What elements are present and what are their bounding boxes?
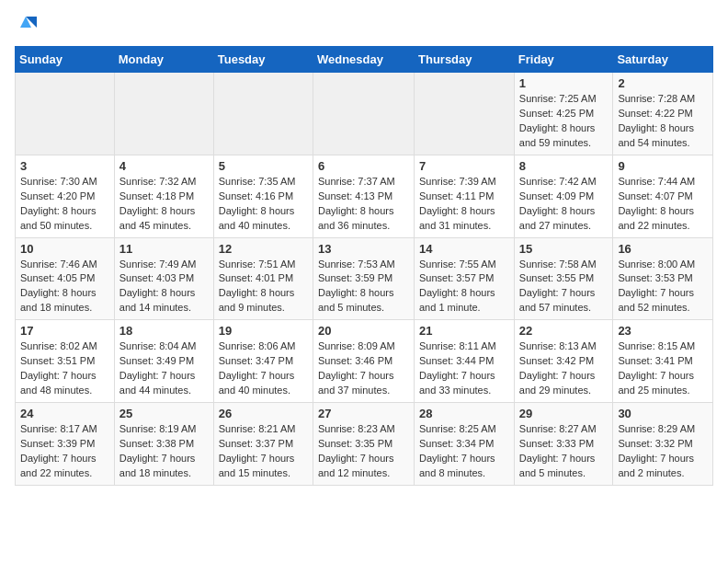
calendar-cell: 25Sunrise: 8:19 AM Sunset: 3:38 PM Dayli… <box>114 403 213 486</box>
page-header <box>15 15 713 35</box>
day-number: 3 <box>20 159 109 173</box>
calendar-cell: 20Sunrise: 8:09 AM Sunset: 3:46 PM Dayli… <box>313 320 414 403</box>
day-info: Sunrise: 8:25 AM Sunset: 3:34 PM Dayligh… <box>419 422 509 481</box>
calendar-column-saturday: Saturday <box>613 47 713 73</box>
calendar-cell: 17Sunrise: 8:02 AM Sunset: 3:51 PM Dayli… <box>16 320 115 403</box>
day-number: 10 <box>20 242 109 256</box>
day-number: 22 <box>519 324 609 338</box>
day-number: 18 <box>119 324 209 338</box>
logo-icon <box>18 15 39 35</box>
day-number: 25 <box>119 407 209 420</box>
day-number: 23 <box>618 324 708 338</box>
calendar-cell: 24Sunrise: 8:17 AM Sunset: 3:39 PM Dayli… <box>16 403 115 486</box>
day-number: 12 <box>219 242 308 256</box>
day-info: Sunrise: 7:25 AM Sunset: 4:25 PM Dayligh… <box>519 92 609 151</box>
calendar-cell <box>114 73 213 155</box>
calendar-cell <box>313 73 414 155</box>
day-number: 17 <box>20 324 109 338</box>
calendar-cell: 28Sunrise: 8:25 AM Sunset: 3:34 PM Dayli… <box>415 403 515 486</box>
calendar-cell: 16Sunrise: 8:00 AM Sunset: 3:53 PM Dayli… <box>613 237 713 320</box>
day-number: 1 <box>519 76 609 90</box>
day-number: 19 <box>219 324 308 338</box>
day-number: 11 <box>119 242 209 256</box>
calendar-cell <box>415 73 515 155</box>
calendar-column-thursday: Thursday <box>415 47 515 73</box>
day-info: Sunrise: 8:11 AM Sunset: 3:44 PM Dayligh… <box>419 339 509 398</box>
calendar-week-2: 3Sunrise: 7:30 AM Sunset: 4:20 PM Daylig… <box>16 155 713 237</box>
calendar-cell: 7Sunrise: 7:39 AM Sunset: 4:11 PM Daylig… <box>415 155 515 237</box>
day-number: 30 <box>618 407 708 420</box>
calendar-week-5: 24Sunrise: 8:17 AM Sunset: 3:39 PM Dayli… <box>16 403 713 486</box>
day-info: Sunrise: 7:46 AM Sunset: 4:05 PM Dayligh… <box>20 258 109 316</box>
day-info: Sunrise: 8:17 AM Sunset: 3:39 PM Dayligh… <box>20 422 109 481</box>
day-number: 6 <box>318 159 409 173</box>
day-number: 15 <box>519 242 609 256</box>
calendar-column-tuesday: Tuesday <box>213 47 313 73</box>
calendar-cell: 4Sunrise: 7:32 AM Sunset: 4:18 PM Daylig… <box>114 155 213 237</box>
day-info: Sunrise: 7:32 AM Sunset: 4:18 PM Dayligh… <box>119 175 209 234</box>
day-number: 28 <box>419 407 509 420</box>
day-info: Sunrise: 7:39 AM Sunset: 4:11 PM Dayligh… <box>419 175 509 234</box>
calendar-cell: 22Sunrise: 8:13 AM Sunset: 3:42 PM Dayli… <box>514 320 613 403</box>
day-number: 4 <box>119 159 209 173</box>
calendar-week-3: 10Sunrise: 7:46 AM Sunset: 4:05 PM Dayli… <box>16 237 713 320</box>
calendar-cell <box>213 73 313 155</box>
calendar-cell: 18Sunrise: 8:04 AM Sunset: 3:49 PM Dayli… <box>114 320 213 403</box>
calendar-cell: 2Sunrise: 7:28 AM Sunset: 4:22 PM Daylig… <box>613 73 713 155</box>
calendar-cell: 1Sunrise: 7:25 AM Sunset: 4:25 PM Daylig… <box>514 73 613 155</box>
day-number: 14 <box>419 242 509 256</box>
day-number: 21 <box>419 324 509 338</box>
calendar-cell: 30Sunrise: 8:29 AM Sunset: 3:32 PM Dayli… <box>613 403 713 486</box>
calendar-cell: 12Sunrise: 7:51 AM Sunset: 4:01 PM Dayli… <box>213 237 313 320</box>
calendar-cell: 6Sunrise: 7:37 AM Sunset: 4:13 PM Daylig… <box>313 155 414 237</box>
day-number: 2 <box>618 76 708 90</box>
calendar-cell: 8Sunrise: 7:42 AM Sunset: 4:09 PM Daylig… <box>514 155 613 237</box>
day-number: 5 <box>219 159 308 173</box>
calendar-cell: 21Sunrise: 8:11 AM Sunset: 3:44 PM Dayli… <box>415 320 515 403</box>
day-info: Sunrise: 7:58 AM Sunset: 3:55 PM Dayligh… <box>519 258 609 316</box>
calendar-column-wednesday: Wednesday <box>313 47 414 73</box>
calendar-week-1: 1Sunrise: 7:25 AM Sunset: 4:25 PM Daylig… <box>16 73 713 155</box>
calendar-column-sunday: Sunday <box>16 47 115 73</box>
calendar-cell: 14Sunrise: 7:55 AM Sunset: 3:57 PM Dayli… <box>415 237 515 320</box>
calendar-cell: 29Sunrise: 8:27 AM Sunset: 3:33 PM Dayli… <box>514 403 613 486</box>
day-number: 26 <box>219 407 308 420</box>
day-info: Sunrise: 7:49 AM Sunset: 4:03 PM Dayligh… <box>119 258 209 316</box>
calendar-cell: 26Sunrise: 8:21 AM Sunset: 3:37 PM Dayli… <box>213 403 313 486</box>
day-info: Sunrise: 8:21 AM Sunset: 3:37 PM Dayligh… <box>219 422 308 481</box>
day-number: 16 <box>618 242 708 256</box>
calendar-cell: 13Sunrise: 7:53 AM Sunset: 3:59 PM Dayli… <box>313 237 414 320</box>
day-info: Sunrise: 7:53 AM Sunset: 3:59 PM Dayligh… <box>318 258 409 316</box>
day-number: 8 <box>519 159 609 173</box>
calendar-cell: 27Sunrise: 8:23 AM Sunset: 3:35 PM Dayli… <box>313 403 414 486</box>
day-info: Sunrise: 8:19 AM Sunset: 3:38 PM Dayligh… <box>119 422 209 481</box>
day-info: Sunrise: 7:55 AM Sunset: 3:57 PM Dayligh… <box>419 258 509 316</box>
calendar-cell: 10Sunrise: 7:46 AM Sunset: 4:05 PM Dayli… <box>16 237 115 320</box>
day-number: 29 <box>519 407 609 420</box>
day-info: Sunrise: 7:37 AM Sunset: 4:13 PM Dayligh… <box>318 175 409 234</box>
calendar-cell: 19Sunrise: 8:06 AM Sunset: 3:47 PM Dayli… <box>213 320 313 403</box>
logo <box>15 15 39 35</box>
day-info: Sunrise: 8:15 AM Sunset: 3:41 PM Dayligh… <box>618 339 708 398</box>
day-number: 13 <box>318 242 409 256</box>
day-number: 27 <box>318 407 409 420</box>
day-number: 9 <box>618 159 708 173</box>
calendar-body: 1Sunrise: 7:25 AM Sunset: 4:25 PM Daylig… <box>16 73 713 486</box>
calendar-cell: 15Sunrise: 7:58 AM Sunset: 3:55 PM Dayli… <box>514 237 613 320</box>
day-info: Sunrise: 8:04 AM Sunset: 3:49 PM Dayligh… <box>119 339 209 398</box>
calendar-cell: 11Sunrise: 7:49 AM Sunset: 4:03 PM Dayli… <box>114 237 213 320</box>
day-info: Sunrise: 8:00 AM Sunset: 3:53 PM Dayligh… <box>618 258 708 316</box>
day-info: Sunrise: 7:28 AM Sunset: 4:22 PM Dayligh… <box>618 92 708 151</box>
day-info: Sunrise: 8:02 AM Sunset: 3:51 PM Dayligh… <box>20 339 109 398</box>
calendar-cell <box>16 73 115 155</box>
day-info: Sunrise: 8:13 AM Sunset: 3:42 PM Dayligh… <box>519 339 609 398</box>
calendar-week-4: 17Sunrise: 8:02 AM Sunset: 3:51 PM Dayli… <box>16 320 713 403</box>
calendar-column-monday: Monday <box>114 47 213 73</box>
day-number: 20 <box>318 324 409 338</box>
day-info: Sunrise: 7:44 AM Sunset: 4:07 PM Dayligh… <box>618 175 708 234</box>
day-info: Sunrise: 8:27 AM Sunset: 3:33 PM Dayligh… <box>519 422 609 481</box>
calendar-cell: 23Sunrise: 8:15 AM Sunset: 3:41 PM Dayli… <box>613 320 713 403</box>
calendar-table: SundayMondayTuesdayWednesdayThursdayFrid… <box>15 46 713 486</box>
calendar-cell: 5Sunrise: 7:35 AM Sunset: 4:16 PM Daylig… <box>213 155 313 237</box>
day-info: Sunrise: 8:06 AM Sunset: 3:47 PM Dayligh… <box>219 339 308 398</box>
